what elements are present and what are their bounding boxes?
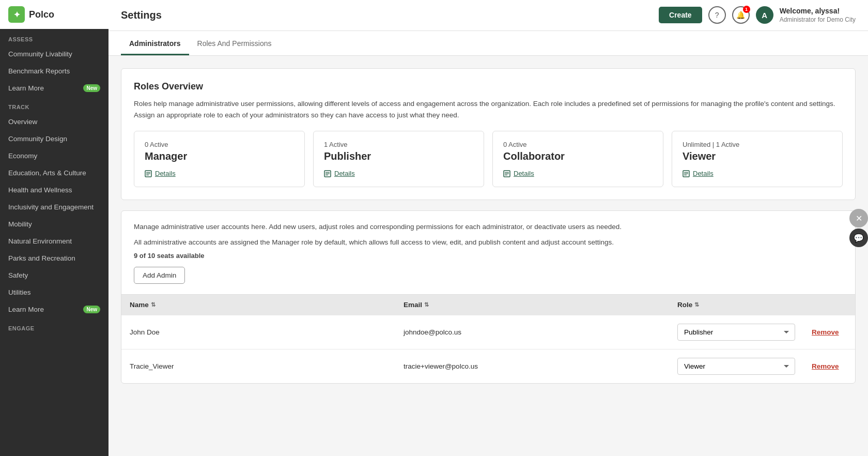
sidebar-item-mobility[interactable]: Mobility — [0, 216, 109, 233]
welcome-text: Welcome, alyssa! Administrator for Demo … — [780, 6, 856, 24]
row2-action: Remove — [803, 349, 855, 383]
sort-icon-name[interactable]: ⇅ — [151, 301, 156, 308]
row1-remove-button[interactable]: Remove — [812, 328, 839, 336]
tab-roles-and-permissions[interactable]: Roles And Permissions — [189, 31, 280, 55]
sidebar-section-track: TRACK — [0, 97, 109, 113]
collaborator-role-name: Collaborator — [503, 150, 653, 162]
main-content: Settings Create ? 🔔 1 A Welcome, alyssa!… — [109, 0, 868, 456]
admins-desc1: Manage administrative user accounts here… — [134, 221, 843, 233]
sidebar-section-assess: ASSESS — [0, 29, 109, 45]
seats-text: 9 of 10 seats available — [134, 252, 843, 260]
floating-panel: ✕ 💬 — [849, 209, 868, 247]
viewer-active-label: Unlimited | 1 Active — [683, 141, 832, 148]
table-row: Tracie_Viewer tracie+viewer@polco.us Man… — [121, 349, 855, 383]
manager-details-link[interactable]: Details — [145, 170, 294, 177]
tab-administrators[interactable]: Administrators — [121, 31, 189, 55]
logo-icon: ✦ — [8, 6, 25, 23]
page-title: Settings — [121, 9, 162, 21]
row2-role-cell: Manager Publisher Collaborator Viewer — [669, 349, 803, 383]
viewer-details-link[interactable]: Details — [683, 170, 832, 177]
row2-email: tracie+viewer@polco.us — [395, 349, 669, 383]
roles-grid: 0 Active Manager Details 1 Active Publis… — [134, 131, 843, 187]
sidebar-item-community-design[interactable]: Community Design — [0, 130, 109, 147]
sidebar-item-overview[interactable]: Overview — [0, 113, 109, 130]
role-card-manager: 0 Active Manager Details — [134, 131, 305, 187]
sidebar-item-learn-more-assess[interactable]: Learn More New — [0, 80, 109, 97]
notifications-button[interactable]: 🔔 1 — [732, 6, 750, 24]
create-button[interactable]: Create — [659, 7, 702, 23]
sidebar-item-natural-environment[interactable]: Natural Environment — [0, 233, 109, 250]
manager-active-label: 0 Active — [145, 141, 294, 148]
role-card-collaborator: 0 Active Collaborator Details — [492, 131, 663, 187]
notification-badge: 1 — [743, 6, 750, 13]
row2-remove-button[interactable]: Remove — [812, 362, 839, 370]
sidebar-item-utilities[interactable]: Utilities — [0, 284, 109, 301]
sidebar-item-health-and-wellness[interactable]: Health and Wellness — [0, 181, 109, 199]
table-row: John Doe johndoe@polco.us P Publisher Co… — [121, 315, 855, 349]
header: Settings Create ? 🔔 1 A Welcome, alyssa!… — [109, 0, 868, 31]
header-right: Create ? 🔔 1 A Welcome, alyssa! Administ… — [659, 6, 856, 24]
table-header: Name ⇅ Email ⇅ Role ⇅ — [121, 294, 855, 315]
th-email: Email ⇅ — [395, 295, 669, 315]
sidebar-item-inclusivity-and-engagement[interactable]: Inclusivity and Engagement — [0, 199, 109, 216]
details-icon-publisher — [324, 170, 331, 177]
details-icon-viewer — [683, 170, 690, 177]
details-icon-collaborator — [503, 170, 510, 177]
publisher-role-name: Publisher — [324, 150, 473, 162]
tabs-bar: Administrators Roles And Permissions — [109, 31, 868, 56]
roles-overview-card: Roles Overview Roles help manage adminis… — [121, 68, 856, 200]
roles-overview-title: Roles Overview — [134, 81, 843, 92]
th-name: Name ⇅ — [121, 295, 395, 315]
collaborator-details-link[interactable]: Details — [503, 170, 653, 177]
sidebar-item-education-arts-culture[interactable]: Education, Arts & Culture — [0, 164, 109, 181]
sort-icon-email[interactable]: ⇅ — [424, 301, 429, 308]
sidebar-item-benchmark-reports[interactable]: Benchmark Reports — [0, 63, 109, 80]
add-admin-button[interactable]: Add Admin — [134, 267, 185, 284]
new-badge-track: New — [83, 306, 100, 313]
th-action — [803, 295, 855, 315]
floating-chat-button[interactable]: 💬 — [849, 229, 868, 247]
sidebar-item-safety[interactable]: Safety — [0, 267, 109, 284]
row2-role-select[interactable]: Manager Publisher Collaborator Viewer — [677, 358, 795, 375]
admins-header: Manage administrative user accounts here… — [121, 211, 855, 294]
avatar[interactable]: A — [756, 6, 773, 24]
floating-close-button[interactable]: ✕ — [849, 209, 868, 227]
sidebar-item-economy[interactable]: Economy — [0, 147, 109, 164]
admins-section: Manage administrative user accounts here… — [121, 210, 856, 384]
publisher-details-link[interactable]: Details — [324, 170, 473, 177]
row1-email: johndoe@polco.us — [395, 315, 669, 349]
help-button[interactable]: ? — [708, 6, 726, 24]
content-area: Roles Overview Roles help manage adminis… — [109, 56, 868, 396]
admins-table: Name ⇅ Email ⇅ Role ⇅ — [121, 294, 855, 383]
row1-role-select[interactable]: P Publisher Collaborator Viewer — [677, 324, 795, 341]
roles-overview-desc: Roles help manage administrative user pe… — [134, 98, 843, 120]
role-card-viewer: Unlimited | 1 Active Viewer Details — [672, 131, 843, 187]
row1-role-cell: P Publisher Collaborator Viewer — [669, 315, 803, 349]
admins-desc2: All administrative accounts are assigned… — [134, 237, 843, 248]
details-icon-manager — [145, 170, 152, 177]
new-badge-assess: New — [83, 84, 100, 92]
sidebar-item-learn-more-track[interactable]: Learn More New — [0, 301, 109, 318]
row2-name: Tracie_Viewer — [121, 349, 395, 383]
collaborator-active-label: 0 Active — [503, 141, 653, 148]
sort-icon-role[interactable]: ⇅ — [694, 301, 699, 308]
sidebar: ✦ Polco ASSESS Community Livability Benc… — [0, 0, 109, 456]
logo-text: Polco — [29, 9, 54, 20]
role-card-publisher: 1 Active Publisher Details — [313, 131, 484, 187]
page-content: Administrators Roles And Permissions Rol… — [109, 31, 868, 456]
sidebar-logo: ✦ Polco — [0, 0, 109, 29]
publisher-active-label: 1 Active — [324, 141, 473, 148]
viewer-role-name: Viewer — [683, 150, 832, 162]
sidebar-item-community-livability[interactable]: Community Livability — [0, 45, 109, 63]
row1-name: John Doe — [121, 315, 395, 349]
sidebar-item-parks-and-recreation[interactable]: Parks and Recreation — [0, 250, 109, 267]
manager-role-name: Manager — [145, 150, 294, 162]
row1-action: Remove — [803, 315, 855, 349]
sidebar-section-engage: ENGAGE — [0, 318, 109, 335]
th-role: Role ⇅ — [669, 295, 803, 315]
